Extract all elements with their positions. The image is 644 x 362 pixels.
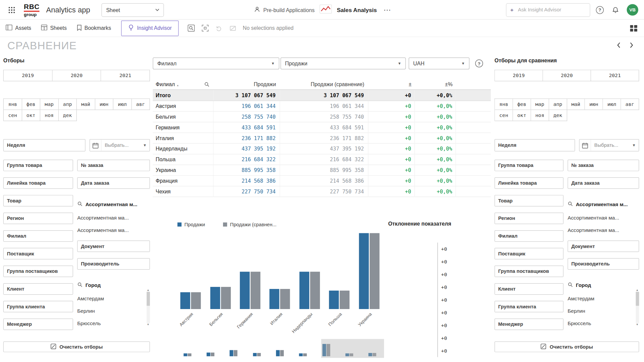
assets-button[interactable]: Assets bbox=[6, 24, 31, 32]
next-sheet-button[interactable] bbox=[630, 42, 633, 49]
month-value[interactable]: мар bbox=[40, 99, 58, 110]
clear-selections-button[interactable]: Очистить отборы bbox=[3, 342, 150, 352]
list-item[interactable]: Ассортиментная ма... bbox=[77, 227, 150, 233]
filter-field[interactable]: Документ bbox=[568, 241, 639, 252]
cell-dimension[interactable]: Австрия bbox=[153, 101, 214, 111]
cell-sales[interactable]: 214 568 386 bbox=[214, 176, 280, 186]
list-item[interactable]: Брюссель bbox=[568, 320, 639, 326]
filter-field[interactable]: Товар bbox=[494, 195, 564, 206]
week-filter-field[interactable]: Неделя bbox=[494, 139, 575, 152]
filter-field[interactable]: Группа клиента bbox=[494, 301, 564, 312]
table-row[interactable]: Украина 885 995 358 885 995 358 +0 +0,0% bbox=[153, 165, 491, 176]
bar-comparison[interactable] bbox=[191, 292, 201, 309]
filter-field[interactable]: № заказа bbox=[568, 160, 639, 171]
currency-dropdown[interactable]: UAH ▼ bbox=[409, 57, 469, 69]
month-value[interactable]: сен bbox=[495, 110, 513, 121]
month-value[interactable]: май bbox=[567, 99, 585, 110]
filter-field[interactable]: № заказа bbox=[77, 160, 150, 171]
table-row[interactable]: Нидерланды 437 395 192 437 395 192 +0 +0… bbox=[153, 144, 491, 155]
cell-delta-pct[interactable]: +0,0% bbox=[415, 165, 456, 175]
scroll-down-icon[interactable]: ▼ bbox=[636, 323, 639, 326]
cell-delta[interactable]: +0 bbox=[368, 165, 415, 175]
column-header-dimension[interactable]: Филиал ▲ bbox=[153, 79, 214, 89]
cell-sales[interactable]: 227 750 734 bbox=[214, 186, 280, 197]
cell-dimension[interactable]: Бельгия bbox=[153, 112, 214, 122]
legend-item-comparison[interactable]: Продажи (сравнен... bbox=[223, 222, 276, 227]
list-item[interactable]: Берлин bbox=[77, 308, 150, 314]
filter-field[interactable]: Поставщик bbox=[494, 248, 564, 259]
filter-field[interactable]: Дата заказа bbox=[77, 177, 150, 189]
cell-comparison[interactable]: 437 395 192 bbox=[280, 144, 368, 154]
filter-field[interactable]: Регион bbox=[3, 213, 73, 224]
step-back-button-disabled[interactable] bbox=[213, 22, 225, 34]
cell-comparison[interactable]: 258 755 740 bbox=[280, 112, 368, 122]
list-item[interactable]: Ассортиментная ма... bbox=[568, 227, 639, 233]
date-picker-field[interactable]: Выбрать... ▼ bbox=[90, 139, 150, 152]
month-value[interactable]: апр bbox=[58, 99, 76, 110]
bar-comparison[interactable] bbox=[251, 272, 260, 309]
cell-dimension[interactable]: Чехия bbox=[153, 186, 214, 197]
month-value[interactable]: авг bbox=[131, 99, 150, 110]
month-value[interactable]: фев bbox=[513, 99, 531, 110]
bar-sales[interactable] bbox=[300, 272, 309, 309]
cell-dimension[interactable]: Германия bbox=[153, 122, 214, 133]
notifications-bell-icon[interactable] bbox=[609, 4, 621, 15]
month-value[interactable]: дек bbox=[58, 110, 76, 121]
cell-delta-pct[interactable]: +0,0% bbox=[415, 122, 456, 133]
bar-sales[interactable] bbox=[359, 233, 369, 309]
list-item[interactable]: Ассортиментная ма... bbox=[77, 215, 150, 221]
scrollbar-thumb[interactable] bbox=[147, 292, 150, 306]
scroll-up-icon[interactable]: ▲ bbox=[147, 289, 149, 292]
cell-sales[interactable]: 236 171 882 bbox=[214, 133, 280, 143]
filter-field[interactable]: Менеджер bbox=[494, 318, 564, 330]
clear-comparison-selections-button[interactable]: Очистить отборы bbox=[494, 342, 639, 352]
table-row[interactable]: Австрия 196 061 344 196 061 344 +0 +0,0% bbox=[153, 101, 491, 112]
filter-field[interactable]: Клиент bbox=[3, 283, 73, 295]
cell-delta-pct[interactable]: +0,0% bbox=[415, 176, 456, 186]
cell-comparison[interactable]: 885 995 358 bbox=[280, 165, 368, 175]
month-value[interactable]: май bbox=[77, 99, 95, 110]
month-value[interactable]: авг bbox=[621, 99, 639, 110]
cell-delta[interactable]: +0 bbox=[368, 122, 415, 133]
table-row[interactable]: Германия 433 684 591 433 684 591 +0 +0,0… bbox=[153, 122, 491, 133]
bar-sales[interactable] bbox=[180, 292, 190, 309]
month-value[interactable]: янв bbox=[495, 99, 513, 110]
month-value[interactable]: янв bbox=[4, 99, 22, 110]
filter-field[interactable]: Дата заказа bbox=[568, 177, 639, 189]
cell-dimension[interactable]: Франция bbox=[153, 176, 214, 186]
cell-delta-pct[interactable]: +0,0% bbox=[415, 154, 456, 165]
month-value[interactable]: апр bbox=[549, 99, 567, 110]
selections-tool-button[interactable] bbox=[199, 22, 211, 34]
measure-dropdown[interactable]: Продажи ▼ bbox=[280, 57, 406, 69]
prebuild-applications-link[interactable]: Pre-build Applications bbox=[254, 6, 315, 14]
month-value[interactable]: июл bbox=[113, 99, 131, 110]
column-header-delta[interactable]: ± bbox=[368, 79, 415, 89]
year-value[interactable]: 2019 bbox=[4, 70, 52, 81]
month-value[interactable]: ноя bbox=[40, 110, 58, 121]
city-list-scrollbar[interactable]: ▲ ▼ bbox=[635, 289, 639, 326]
bar-group[interactable]: Германия bbox=[240, 272, 260, 309]
cell-delta[interactable]: +0 bbox=[368, 154, 415, 165]
list-item[interactable]: Амстердам bbox=[568, 296, 639, 302]
filter-field[interactable]: Менеджер bbox=[3, 318, 73, 330]
cell-dimension[interactable]: Италия bbox=[153, 133, 214, 143]
cell-sales[interactable]: 885 995 358 bbox=[214, 165, 280, 175]
month-value[interactable]: сен bbox=[4, 110, 22, 121]
bar-sales[interactable] bbox=[329, 291, 339, 309]
scroll-down-icon[interactable]: ▼ bbox=[147, 323, 149, 326]
list-item[interactable]: Амстердам bbox=[77, 296, 150, 302]
year-value[interactable]: 2021 bbox=[591, 70, 639, 81]
clear-selections-button-disabled[interactable] bbox=[227, 22, 238, 34]
table-row[interactable]: Чехия 227 750 734 227 750 734 +0 +0,0% bbox=[153, 186, 491, 197]
month-value[interactable]: июн bbox=[95, 99, 113, 110]
assortment-listbox-header[interactable]: Ассортиментная м... bbox=[77, 201, 150, 208]
user-avatar[interactable]: VB bbox=[627, 4, 638, 15]
cell-dimension[interactable]: Украина bbox=[153, 165, 214, 175]
bar-group[interactable]: Австрия bbox=[180, 292, 201, 309]
sheet-grid-icon[interactable] bbox=[630, 25, 637, 32]
cell-delta-pct[interactable]: +0,0% bbox=[415, 133, 456, 143]
smart-search-button[interactable] bbox=[185, 22, 197, 34]
filter-field[interactable]: Группа товара bbox=[494, 160, 564, 171]
app-grid-icon[interactable] bbox=[6, 4, 17, 15]
bar-comparison[interactable] bbox=[310, 272, 320, 309]
